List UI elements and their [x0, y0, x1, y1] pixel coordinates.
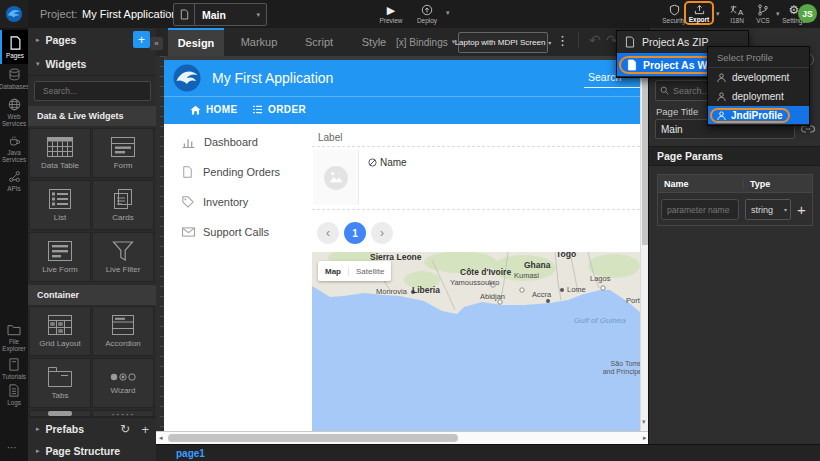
map-label-abidjan: Abidjan — [480, 292, 505, 301]
tab-script[interactable]: Script — [294, 28, 344, 56]
add-page-button[interactable]: + — [133, 31, 150, 48]
label-widget[interactable]: Label — [318, 132, 342, 143]
menu-item-inventory[interactable]: Inventory — [182, 196, 248, 208]
coffee-icon — [8, 134, 21, 147]
prefabs-section-header[interactable]: ▸ Prefabs ↻ + — [28, 417, 156, 441]
map-label-togo: Togo — [556, 252, 576, 259]
deploy-button[interactable]: Deploy — [410, 2, 444, 26]
page-title-label: Page Title — [656, 106, 698, 117]
menu-item-development[interactable]: development — [708, 68, 809, 87]
param-type-select[interactable]: string ▾ — [745, 199, 791, 220]
hscroll-thumb[interactable] — [168, 434, 458, 442]
pager-page-1[interactable]: 1 — [344, 222, 366, 244]
widget-tile-accordion[interactable]: Accordion — [92, 306, 154, 356]
image-placeholder — [313, 150, 359, 205]
map-label-accra: Accra — [532, 290, 551, 299]
sidebar-item-web-services[interactable]: Web Services — [0, 98, 28, 130]
page-structure-section-header[interactable]: ▸ Page Structure — [28, 440, 156, 461]
chevron-down-icon[interactable]: ▾ — [716, 10, 720, 18]
device-selector[interactable]: Laptop with MDPI Screen ▾ — [458, 32, 548, 53]
nav-home[interactable]: HOME — [190, 104, 238, 115]
user-avatar[interactable]: JS — [798, 4, 817, 23]
more-options-icon[interactable]: ⋯ — [7, 442, 18, 453]
menu-item-pending-orders[interactable]: Pending Orders — [182, 166, 280, 178]
scroll-down-arrow[interactable]: ▾ — [642, 418, 646, 426]
sidebar-item-file-explorer[interactable]: File Explorer — [0, 324, 28, 356]
card-widget[interactable]: Name — [312, 146, 640, 210]
nav-order[interactable]: ORDER — [252, 104, 306, 115]
preview-button[interactable]: ▶ Preview — [376, 2, 406, 26]
map-label-lome: Lome — [567, 285, 586, 294]
widget-tile-list[interactable]: List — [29, 180, 91, 230]
scroll-left-arrow[interactable]: ◂ — [159, 434, 163, 442]
map-button[interactable]: Map — [318, 267, 349, 276]
widget-tile-partial-left[interactable] — [29, 410, 91, 417]
param-name-input[interactable] — [661, 199, 739, 220]
widget-tile-cards[interactable]: Cards — [92, 180, 154, 230]
widget-tile-live-filter[interactable]: Live Filter — [92, 232, 154, 282]
widget-search-box[interactable] — [34, 81, 151, 101]
widget-tile-wizard[interactable]: Wizard — [92, 358, 154, 408]
bindings-button[interactable]: [x] Bindings ▾ — [396, 28, 455, 56]
sidebar-item-java-services[interactable]: Java Services — [0, 134, 28, 166]
add-prefab-icon[interactable]: + — [141, 422, 149, 437]
chevron-down-icon[interactable]: ▾ — [446, 9, 450, 17]
wavemaker-studio: Project: My First Application > Main ▾ ▶… — [0, 0, 820, 461]
satellite-button[interactable]: Satellite — [349, 267, 391, 276]
widget-tile-live-form[interactable]: Live Form — [29, 232, 91, 282]
widget-search-input[interactable] — [43, 83, 154, 99]
sidebar-item-tutorials[interactable]: Tutorials — [0, 358, 28, 384]
menu-item-dashboard[interactable]: Dashboard — [182, 136, 258, 148]
export-button[interactable]: Export — [684, 1, 714, 25]
vcs-button[interactable]: VCS — [750, 2, 776, 26]
pages-section-header[interactable]: ▸ Pages + — [28, 28, 156, 53]
map-label-yamoussoukro: Yamoussoukro — [450, 278, 499, 287]
collapse-panel-button[interactable]: « — [150, 37, 163, 50]
sidebar-item-pages[interactable]: Pages — [0, 30, 28, 64]
app-search-underline — [584, 87, 640, 88]
menu-item-jndiprofile[interactable]: JndiProfile — [708, 106, 809, 124]
menu-item-deployment[interactable]: deployment — [708, 87, 809, 106]
scroll-right-arrow[interactable]: ▸ — [643, 434, 647, 442]
page-params-header[interactable]: Page Params — [649, 146, 820, 166]
add-param-button[interactable]: + — [797, 201, 806, 218]
no-value-icon — [368, 158, 377, 167]
map-label-ghana: Ghana — [524, 260, 550, 270]
widget-tile-data-table[interactable]: Data Table — [29, 128, 91, 178]
wavemaker-logo[interactable] — [0, 0, 28, 28]
api-nodes-icon — [8, 170, 21, 183]
menu-item-support-calls[interactable]: Support Calls — [182, 226, 269, 238]
widgets-section-header[interactable]: ▾ Widgets — [28, 52, 156, 76]
widget-tile-grid-layout[interactable]: Grid Layout — [29, 306, 91, 356]
canvas-horizontal-scrollbar[interactable]: ◂ ▸ — [156, 431, 653, 444]
i18n-button[interactable]: A I18N — [724, 2, 750, 26]
more-actions-icon[interactable]: ⋮ — [556, 33, 569, 48]
left-rail: Pages Databases Web Services Java Servic… — [0, 28, 28, 461]
page-selector-dropdown[interactable]: Main ▾ — [173, 3, 267, 26]
map-widget[interactable]: Map Satellite Sierra Leone Monrovia Libe… — [312, 252, 640, 431]
tab-style[interactable]: Style — [350, 28, 398, 56]
tab-design[interactable]: Design — [168, 28, 224, 56]
statusbar-page-link[interactable]: page1 — [176, 448, 205, 459]
pager-next-button[interactable]: › — [371, 222, 393, 244]
file-icon — [627, 59, 637, 71]
widget-tile-form[interactable]: Form — [92, 128, 154, 178]
app-title: My First Application — [212, 70, 333, 86]
design-canvas[interactable]: My First Application Search HOME ORDER D… — [164, 60, 640, 431]
submenu-title: Select Profile — [708, 47, 809, 68]
sidebar-item-apis[interactable]: APIs — [0, 170, 28, 196]
widget-tile-tabs[interactable]: Tabs — [29, 358, 91, 408]
sidebar-item-logs[interactable]: Logs — [0, 384, 28, 410]
card-name-field: Name — [368, 157, 407, 168]
chevron-down-icon[interactable]: ▾ — [776, 10, 780, 18]
refresh-prefabs-icon[interactable]: ↻ — [120, 422, 130, 436]
undo-icon[interactable]: ↶ — [578, 32, 601, 48]
tabs-icon — [48, 367, 72, 387]
profile-icon — [717, 111, 726, 120]
tab-markup[interactable]: Markup — [230, 28, 288, 56]
pager-prev-button[interactable]: ‹ — [317, 222, 339, 244]
profile-icon — [717, 92, 726, 101]
sidebar-item-databases[interactable]: Databases — [0, 68, 28, 96]
bind-link-icon[interactable] — [801, 125, 815, 133]
widget-tile-partial-right[interactable]: ····· — [92, 410, 154, 417]
